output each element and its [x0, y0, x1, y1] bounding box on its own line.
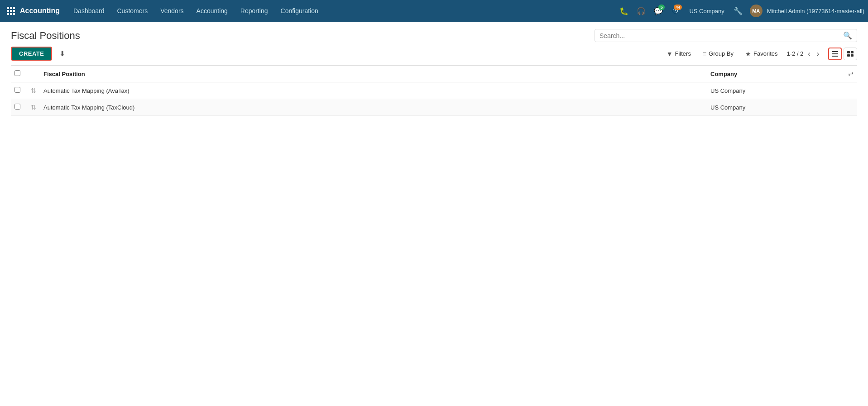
fiscal-positions-table: Fiscal Position Company ⇄ ⇅ Automatic Ta: [11, 65, 857, 116]
drag-handle-icon[interactable]: ⇅: [31, 104, 36, 111]
search-bar[interactable]: 🔍: [595, 29, 857, 42]
column-settings-button[interactable]: ⇄: [848, 70, 854, 77]
username[interactable]: Mitchell Admin (19773614-master-all): [767, 8, 864, 14]
clock-icon[interactable]: ⏱ 44: [668, 4, 683, 18]
avatar[interactable]: MA: [750, 5, 762, 17]
select-all-checkbox[interactable]: [14, 70, 20, 76]
filter-icon: ▼: [667, 50, 673, 57]
svg-rect-6: [7, 13, 9, 15]
top-navigation: Accounting Dashboard Customers Vendors A…: [0, 0, 868, 22]
filters-label: Filters: [675, 50, 691, 57]
table-body: ⇅ Automatic Tax Mapping (AvaTax) US Comp…: [11, 82, 857, 116]
page-header: Fiscal Positions 🔍: [0, 22, 868, 42]
nav-dashboard[interactable]: Dashboard: [67, 0, 111, 22]
drag-handle-cell[interactable]: ⇅: [27, 99, 40, 116]
table-row[interactable]: ⇅ Automatic Tax Mapping (AvaTax) US Comp…: [11, 82, 857, 99]
svg-rect-8: [13, 13, 15, 15]
nav-reporting[interactable]: Reporting: [234, 0, 274, 22]
fiscal-position-label: Fiscal Position: [43, 71, 85, 77]
svg-rect-3: [7, 10, 9, 12]
table-container: Fiscal Position Company ⇄ ⇅ Automatic Ta: [0, 65, 868, 116]
svg-rect-1: [10, 7, 12, 9]
svg-rect-15: [851, 54, 854, 57]
row-checkbox-cell[interactable]: [11, 99, 27, 116]
filters-button[interactable]: ▼ Filters: [661, 48, 696, 60]
svg-rect-2: [13, 7, 15, 9]
kanban-view-button[interactable]: [844, 48, 857, 60]
app-brand[interactable]: Accounting: [20, 7, 60, 15]
company-name[interactable]: US Company: [689, 8, 724, 14]
view-toggle: [828, 48, 857, 60]
svg-rect-5: [13, 10, 15, 12]
bug-icon[interactable]: 🐛: [617, 4, 631, 18]
drag-col-header: [27, 66, 40, 82]
grid-menu-icon[interactable]: [4, 4, 18, 18]
chat-badge: 5: [658, 5, 665, 10]
fiscal-position-cell[interactable]: Automatic Tax Mapping (AvaTax): [40, 82, 707, 99]
filter-group: ▼ Filters ≡ Group By ★ Favorites: [661, 48, 783, 60]
row-checkbox[interactable]: [14, 104, 20, 110]
row-checkbox-cell[interactable]: [11, 82, 27, 99]
nav-vendors[interactable]: Vendors: [154, 0, 190, 22]
nav-customers[interactable]: Customers: [111, 0, 154, 22]
toolbar: CREATE ⬇ ▼ Filters ≡ Group By ★ Favorite…: [0, 42, 868, 65]
svg-rect-7: [10, 13, 12, 15]
company-header[interactable]: Company: [707, 66, 843, 82]
svg-rect-9: [832, 51, 838, 52]
fiscal-position-cell[interactable]: Automatic Tax Mapping (TaxCloud): [40, 99, 707, 116]
row-checkbox[interactable]: [14, 87, 20, 93]
company-label: Company: [710, 71, 737, 77]
nav-configuration[interactable]: Configuration: [274, 0, 325, 22]
groupby-icon: ≡: [703, 50, 706, 57]
nav-accounting[interactable]: Accounting: [190, 0, 234, 22]
create-button[interactable]: CREATE: [11, 47, 52, 61]
pagination-count: 1-2 / 2: [786, 50, 803, 57]
next-page-button[interactable]: ›: [815, 49, 821, 59]
star-icon: ★: [745, 50, 751, 57]
table-row[interactable]: ⇅ Automatic Tax Mapping (TaxCloud) US Co…: [11, 99, 857, 116]
drag-handle-icon[interactable]: ⇅: [31, 87, 36, 94]
download-button[interactable]: ⬇: [56, 48, 69, 60]
list-view-button[interactable]: [828, 48, 842, 60]
pagination: 1-2 / 2 ‹ ›: [786, 49, 821, 59]
company-cell: US Company: [707, 99, 843, 116]
page-title: Fiscal Positions: [11, 30, 80, 42]
svg-rect-12: [847, 51, 850, 53]
topnav-icons-group: 🐛 🎧 💬 5 ⏱ 44 US Company 🔧 MA Mitchell Ad…: [617, 4, 864, 18]
prev-page-button[interactable]: ‹: [806, 49, 812, 59]
row-action-cell: [843, 82, 857, 99]
support-icon[interactable]: 🎧: [634, 4, 648, 18]
groupby-button[interactable]: ≡ Group By: [697, 48, 739, 60]
table-header-row: Fiscal Position Company ⇄: [11, 66, 857, 82]
favorites-label: Favorites: [753, 50, 777, 57]
row-action-cell: [843, 99, 857, 116]
chat-icon[interactable]: 💬 5: [651, 4, 666, 18]
fiscal-position-header[interactable]: Fiscal Position: [40, 66, 707, 82]
settings-icon[interactable]: 🔧: [731, 4, 745, 18]
svg-rect-14: [847, 54, 850, 57]
svg-rect-13: [851, 51, 854, 53]
main-content: Fiscal Positions 🔍 CREATE ⬇ ▼ Filters ≡ …: [0, 22, 868, 406]
favorites-button[interactable]: ★ Favorites: [740, 48, 783, 60]
groupby-label: Group By: [709, 50, 734, 57]
clock-badge: 44: [674, 5, 682, 10]
select-all-header[interactable]: [11, 66, 27, 82]
svg-rect-10: [832, 53, 838, 54]
svg-rect-0: [7, 7, 9, 9]
col-settings-header[interactable]: ⇄: [843, 66, 857, 82]
search-input[interactable]: [599, 32, 843, 39]
drag-handle-cell[interactable]: ⇅: [27, 82, 40, 99]
search-icon[interactable]: 🔍: [843, 31, 852, 40]
company-cell: US Company: [707, 82, 843, 99]
svg-rect-4: [10, 10, 12, 12]
svg-rect-11: [832, 56, 838, 57]
